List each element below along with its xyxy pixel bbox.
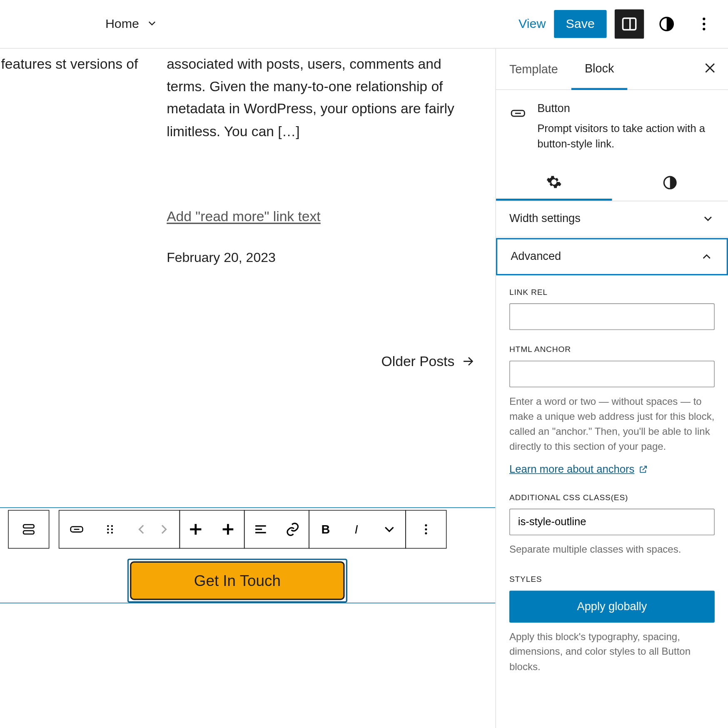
chevron-down-icon [701,212,715,226]
toolbar-group [8,510,49,549]
html-anchor-help: Enter a word or two — without spaces — t… [509,394,715,454]
settings-sidebar: Template Block Button Prompt visitors to… [496,49,728,728]
options-button[interactable] [689,9,718,38]
add-before-button[interactable] [180,511,212,548]
bold-icon: B [317,521,333,537]
learn-anchors-link[interactable]: Learn more about anchors [509,464,648,476]
close-icon [703,61,717,75]
apply-globally-button[interactable]: Apply globally [509,591,715,623]
link-rel-label: LINK REL [509,288,715,297]
css-classes-input[interactable] [509,509,715,536]
parent-block-button[interactable] [12,511,45,548]
block-toolbar: B I [8,510,446,549]
breadcrumb-home[interactable]: Home [105,17,139,31]
move-right-button[interactable] [147,511,180,548]
editor-canvas[interactable]: test all the features st versions of cou… [0,49,496,728]
svg-point-27 [425,528,427,530]
block-type-button[interactable] [59,511,94,548]
editor-topbar: Home View Save [0,0,728,49]
arrow-right-icon [461,355,474,368]
svg-point-4 [703,23,705,25]
block-card: Button Prompt visitors to take action wi… [496,90,728,165]
kebab-icon [418,521,434,537]
older-posts-link[interactable]: Older Posts [381,353,475,369]
link-rel-input[interactable] [509,304,715,330]
link-icon [284,521,300,537]
view-link[interactable]: View [519,17,546,31]
chevron-down-icon [381,521,397,537]
close-sidebar-button[interactable] [703,61,717,77]
svg-point-14 [111,529,113,530]
gear-icon [546,174,562,190]
toolbar-group [405,510,446,549]
italic-button[interactable]: I [342,511,374,548]
block-description: Prompt visitors to take action with a bu… [537,121,715,152]
button-block[interactable]: Get In Touch [130,561,344,600]
svg-rect-8 [23,531,34,534]
sidebar-toggle-button[interactable] [615,9,644,38]
post-excerpt: associated with posts, users, comments a… [167,52,466,142]
read-more-link[interactable]: Add "read more" link text [167,209,321,224]
svg-point-13 [107,529,109,530]
tab-styles[interactable] [612,165,728,201]
chevron-right-icon [155,521,171,537]
svg-point-28 [425,532,427,534]
styles-toggle-button[interactable] [652,9,681,38]
svg-rect-0 [623,18,636,30]
section-label: Width settings [509,212,581,226]
plus-left-icon [188,521,204,537]
button-icon [509,102,527,125]
apply-globally-help: Apply this block's typography, spacing, … [509,629,715,674]
kebab-icon [696,15,713,33]
section-label: Advanced [511,250,561,264]
toolbar-group [180,510,245,549]
html-anchor-input[interactable] [509,361,715,388]
svg-rect-20 [223,529,234,531]
toolbar-group: B I [309,510,406,549]
svg-point-12 [111,525,113,527]
svg-point-5 [703,28,705,30]
css-classes-label: ADDITIONAL CSS CLASS(ES) [509,493,715,502]
svg-point-26 [425,524,427,526]
toolbar-group [244,510,309,549]
tab-block[interactable]: Block [571,49,627,90]
svg-rect-18 [190,529,201,531]
italic-icon: I [349,521,365,537]
bold-button[interactable]: B [309,511,342,548]
css-classes-help: Separate multiple classes with spaces. [509,542,715,557]
drag-button[interactable] [94,511,126,548]
save-button[interactable]: Save [554,10,607,38]
button-icon [69,521,85,537]
panel-icon [621,15,638,33]
svg-point-16 [111,532,113,534]
section-advanced[interactable]: Advanced [496,238,728,276]
add-after-button[interactable] [212,511,244,548]
block-name: Button [537,102,715,115]
tab-settings[interactable] [496,165,612,201]
contrast-icon [658,15,676,33]
svg-point-3 [703,17,705,20]
post-excerpt: test all the features st versions of cou… [0,52,147,97]
block-options-button[interactable] [410,511,442,548]
buttons-icon [21,521,37,537]
plus-icon [220,521,236,537]
align-left-icon [253,521,269,537]
chevron-up-icon [700,250,713,264]
button-block-selected[interactable]: Get In Touch [127,558,347,603]
contrast-icon [662,175,678,191]
drag-icon [102,521,118,537]
svg-point-11 [107,525,109,527]
tab-template[interactable]: Template [496,49,571,88]
svg-text:I: I [355,523,358,536]
chevron-down-icon[interactable] [146,17,158,31]
learn-anchors-label: Learn more about anchors [509,464,634,476]
align-button[interactable] [244,511,277,548]
html-anchor-label: HTML ANCHOR [509,345,715,354]
chevron-left-icon [134,521,150,537]
svg-text:B: B [322,523,330,536]
more-formatting-button[interactable] [373,511,405,548]
styles-label: STYLES [509,575,715,584]
post-date: February 20, 2023 [167,250,276,265]
section-width-settings[interactable]: Width settings [496,202,728,237]
link-button[interactable] [277,511,309,548]
